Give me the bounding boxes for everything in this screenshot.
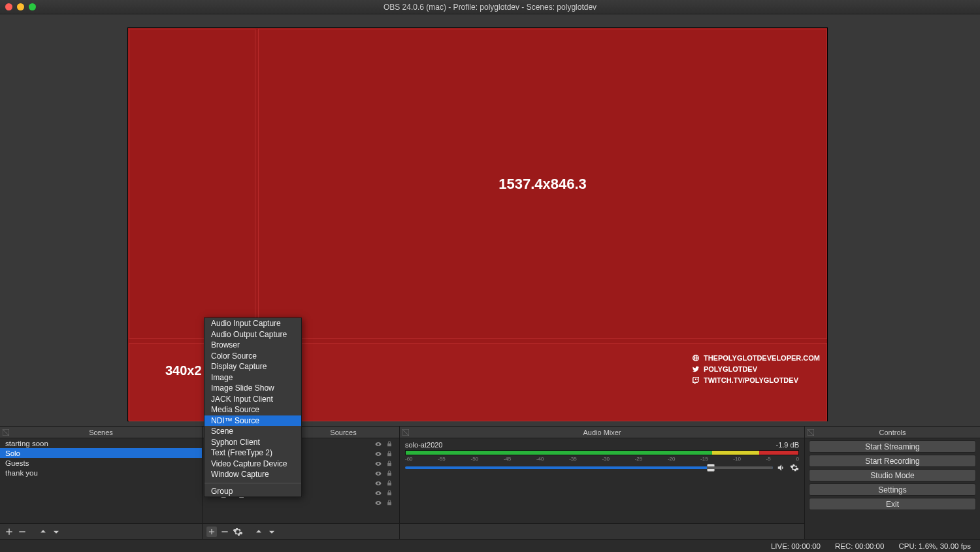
lock-toggle-icon[interactable]: [386, 479, 395, 488]
twitter-icon: [692, 365, 700, 373]
menu-item[interactable]: Scene: [204, 426, 301, 437]
scene-item[interactable]: starting soon: [0, 438, 202, 448]
volume-slider-thumb[interactable]: [707, 464, 715, 472]
volume-slider[interactable]: [405, 466, 773, 469]
meter-tick: -45: [504, 456, 512, 462]
scene-item[interactable]: thank you: [0, 468, 202, 478]
globe-icon: [692, 354, 700, 362]
menu-item[interactable]: Audio Output Capture: [204, 329, 301, 340]
exit-button[interactable]: Exit: [809, 498, 976, 510]
add-source-context-menu[interactable]: Audio Input CaptureAudio Output CaptureB…: [204, 317, 302, 497]
menu-item[interactable]: Color Source: [204, 351, 301, 362]
visibility-toggle-icon[interactable]: [374, 490, 384, 498]
meter-tick: -5: [766, 456, 771, 462]
mixer-toolbar: [400, 523, 804, 539]
mixer-body: solo-at2020 -1.9 dB -60-55-50-45-40-35-3…: [400, 438, 804, 523]
scene-item[interactable]: Guests: [0, 458, 202, 468]
menu-item[interactable]: Media Source: [204, 404, 301, 415]
add-source-icon[interactable]: [206, 527, 217, 537]
dock-grip-icon[interactable]: [808, 429, 814, 436]
menu-item[interactable]: Syphon Client: [204, 437, 301, 448]
twitch-icon: [692, 376, 700, 384]
menu-item[interactable]: Audio Input Capture: [204, 318, 301, 329]
minimize-window-icon[interactable]: [17, 3, 24, 10]
meter-tick: 0: [796, 456, 798, 462]
menu-item[interactable]: Image: [204, 372, 301, 383]
meter-tick: -30: [602, 456, 610, 462]
controls-header[interactable]: Controls: [805, 427, 980, 438]
lock-toggle-icon[interactable]: [386, 450, 395, 459]
lock-toggle-icon[interactable]: [386, 440, 395, 449]
source-item[interactable]: [203, 498, 399, 508]
audio-mixer-dock: Audio Mixer solo-at2020 -1.9 dB -60-55-5…: [400, 427, 805, 539]
scene-item[interactable]: Solo: [0, 448, 202, 458]
menu-item[interactable]: Image Slide Show: [204, 383, 301, 394]
menu-item[interactable]: JACK Input Client: [204, 394, 301, 405]
gear-icon[interactable]: [790, 463, 799, 472]
visibility-toggle-icon[interactable]: [374, 461, 384, 468]
visibility-toggle-icon[interactable]: [374, 441, 384, 449]
docks: Scenes starting soonSoloGueststhank you …: [0, 426, 980, 539]
lock-toggle-icon[interactable]: [386, 470, 395, 478]
studio-mode-button[interactable]: Studio Mode: [809, 469, 976, 481]
lock-toggle-icon[interactable]: [386, 460, 395, 468]
menu-item[interactable]: Display Capture: [204, 361, 301, 372]
meter-ticks: -60-55-50-45-40-35-30-25-20-15-10-50: [405, 456, 799, 462]
speaker-icon[interactable]: [777, 463, 786, 472]
menu-separator: [204, 483, 301, 483]
start-streaming-button[interactable]: Start Streaming: [809, 440, 976, 453]
overlay-twitch: TWITCH.TV/POLYGLOTDEV: [704, 376, 798, 384]
status-cpu: CPU: 1.6%, 30.00 fps: [898, 542, 971, 550]
preview-source-main[interactable]: 1537.4x846.3: [258, 29, 827, 339]
controls-body: Start Streaming Start Recording Studio M…: [805, 438, 980, 539]
mixer-header[interactable]: Audio Mixer: [400, 427, 804, 438]
close-window-icon[interactable]: [5, 3, 12, 10]
visibility-toggle-icon[interactable]: [374, 480, 384, 488]
dock-grip-icon[interactable]: [402, 429, 409, 436]
audio-meter: [405, 450, 799, 455]
move-source-up-icon[interactable]: [253, 527, 264, 537]
add-scene-icon[interactable]: [4, 527, 14, 537]
mixer-channel-name: solo-at2020: [405, 441, 443, 449]
meter-tick: -20: [668, 456, 676, 462]
titlebar: OBS 24.0.6 (mac) - Profile: polyglotdev …: [0, 0, 980, 14]
visibility-toggle-icon[interactable]: [374, 470, 384, 478]
scenes-header[interactable]: Scenes: [0, 427, 202, 438]
meter-tick: -25: [635, 456, 643, 462]
menu-item[interactable]: NDI™ Source: [204, 415, 301, 427]
maximize-window-icon[interactable]: [29, 3, 36, 10]
source-properties-icon[interactable]: [233, 527, 243, 537]
scenes-list[interactable]: starting soonSoloGueststhank you: [0, 438, 202, 523]
dock-grip-icon[interactable]: [3, 429, 9, 436]
lock-toggle-icon[interactable]: [386, 489, 395, 498]
overlay-website: THEPOLYGLOTDEVELOPER.COM: [704, 354, 820, 362]
status-bar: LIVE: 00:00:00 REC: 00:00:00 CPU: 1.6%, …: [0, 539, 980, 552]
menu-item-group[interactable]: Group: [204, 486, 301, 497]
settings-button[interactable]: Settings: [809, 483, 976, 496]
meter-tick: -15: [700, 456, 708, 462]
mixer-title: Audio Mixer: [583, 429, 621, 436]
controls-title: Controls: [879, 429, 906, 436]
menu-item[interactable]: Browser: [204, 340, 301, 351]
lock-toggle-icon[interactable]: [386, 499, 395, 508]
move-scene-down-icon[interactable]: [51, 527, 61, 537]
remove-source-icon[interactable]: [220, 527, 230, 537]
move-source-down-icon[interactable]: [267, 527, 277, 537]
sources-toolbar: [203, 523, 399, 539]
remove-scene-icon[interactable]: [17, 527, 27, 537]
overlay-twitter: POLYGLOTDEV: [704, 365, 757, 373]
menu-item[interactable]: Window Capture: [204, 469, 301, 480]
controls-dock: Controls Start Streaming Start Recording…: [805, 427, 980, 539]
menu-item[interactable]: Text (FreeType 2): [204, 447, 301, 459]
preview-area[interactable]: 1537.4x846.3 340x2 THEPOLYGLOTDEVELOPER.…: [0, 14, 980, 426]
status-rec: REC: 00:00:00: [835, 542, 884, 550]
visibility-toggle-icon[interactable]: [374, 451, 384, 459]
menu-item[interactable]: Video Capture Device: [204, 459, 301, 470]
start-recording-button[interactable]: Start Recording: [809, 455, 976, 467]
preview-source-left[interactable]: [129, 29, 255, 339]
visibility-toggle-icon[interactable]: [374, 500, 384, 508]
source-size-label: 1537.4x846.3: [498, 176, 587, 193]
meter-tick: -35: [569, 456, 577, 462]
move-scene-up-icon[interactable]: [38, 527, 48, 537]
status-live: LIVE: 00:00:00: [771, 542, 821, 550]
